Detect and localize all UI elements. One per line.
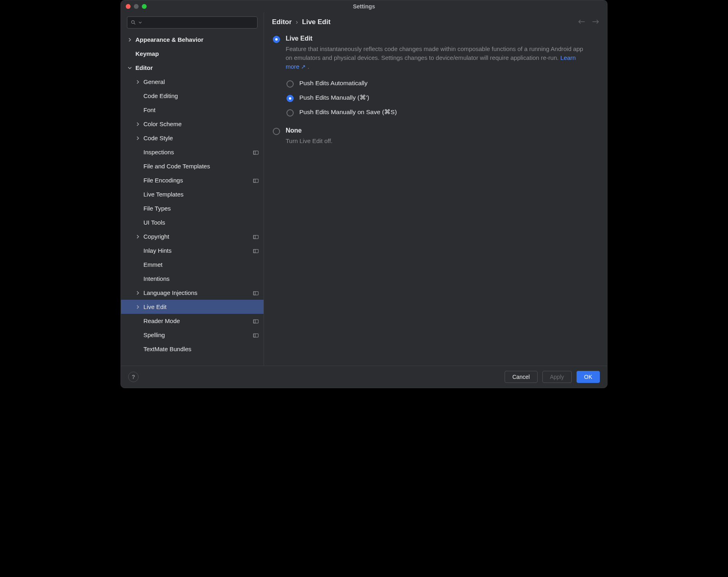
sidebar-item-label: File Types	[143, 205, 259, 212]
sidebar-item-emmet[interactable]: Emmet	[121, 258, 264, 272]
sidebar-item-label: Inlay Hints	[143, 247, 253, 254]
external-link-icon: ↗	[301, 63, 306, 70]
sidebar-item-label: Intentions	[143, 275, 259, 282]
sidebar-item-label: Language Injections	[143, 289, 253, 296]
svg-rect-11	[254, 291, 255, 295]
sidebar-item-inspections[interactable]: Inspections	[121, 145, 264, 159]
option-push-on-save[interactable]: Push Edits Manually on Save (⌘S)	[286, 105, 598, 120]
chevron-right-icon[interactable]	[135, 136, 141, 140]
sidebar-item-intentions[interactable]: Intentions	[121, 272, 264, 286]
radio-live-edit[interactable]	[273, 36, 280, 43]
option-push-auto[interactable]: Push Edits Automatically	[286, 76, 598, 91]
chevron-right-icon[interactable]	[135, 305, 141, 309]
history-nav	[578, 19, 599, 26]
svg-rect-14	[254, 334, 258, 337]
sidebar-item-label: File Encodings	[143, 177, 253, 184]
sidebar-item-file-encodings[interactable]: File Encodings	[121, 173, 264, 187]
sidebar-item-ui-tools[interactable]: UI Tools	[121, 215, 264, 229]
breadcrumb-root[interactable]: Editor	[272, 18, 292, 26]
sidebar-item-label: File and Code Templates	[143, 163, 259, 170]
option-none-body: None Turn Live Edit off.	[286, 127, 598, 145]
svg-rect-3	[254, 151, 255, 154]
svg-rect-4	[254, 179, 258, 182]
chevron-down-icon[interactable]	[127, 66, 133, 70]
radio-push-on-save[interactable]	[286, 109, 294, 117]
radio-push-manual[interactable]	[286, 95, 294, 102]
body: Appearance & BehaviorKeymapEditorGeneral…	[121, 12, 607, 366]
option-live-edit-desc-post: .	[306, 63, 309, 70]
sidebar-item-file-types[interactable]: File Types	[121, 201, 264, 215]
sidebar-item-live-edit[interactable]: Live Edit	[121, 300, 264, 314]
sidebar-item-copyright[interactable]: Copyright	[121, 229, 264, 243]
sidebar-item-label: TextMate Bundles	[143, 346, 259, 352]
sidebar-item-label: Code Editing	[143, 92, 259, 99]
project-scope-icon	[253, 319, 259, 323]
chevron-right-icon[interactable]	[127, 38, 133, 42]
sidebar-item-label: Color Scheme	[143, 121, 259, 127]
titlebar: Settings	[121, 0, 607, 12]
sidebar-item-spelling[interactable]: Spelling	[121, 328, 264, 342]
sidebar-item-inlay-hints[interactable]: Inlay Hints	[121, 243, 264, 258]
cancel-button[interactable]: Cancel	[505, 371, 538, 383]
sidebar-item-label: Inspections	[143, 149, 253, 156]
option-push-on-save-label: Push Edits Manually on Save (⌘S)	[299, 108, 598, 116]
ok-button[interactable]: OK	[577, 371, 600, 383]
svg-point-0	[131, 20, 134, 23]
help-button[interactable]: ?	[128, 372, 139, 382]
radio-push-auto[interactable]	[286, 80, 294, 88]
sidebar-item-font[interactable]: Font	[121, 103, 264, 117]
sidebar-item-label: Editor	[135, 64, 259, 71]
chevron-right-icon[interactable]	[135, 122, 141, 126]
sidebar-item-label: General	[143, 78, 259, 85]
svg-rect-6	[254, 235, 258, 239]
option-none[interactable]: None Turn Live Edit off.	[273, 125, 598, 148]
chevron-right-icon[interactable]	[135, 80, 141, 84]
breadcrumb-separator: ›	[296, 18, 298, 26]
search-field[interactable]	[127, 16, 258, 29]
window-controls	[126, 4, 147, 9]
chevron-right-icon[interactable]	[135, 291, 141, 295]
svg-rect-9	[254, 249, 255, 253]
search-wrap	[121, 12, 264, 31]
sidebar-item-reader-mode[interactable]: Reader Mode	[121, 314, 264, 328]
option-push-manual[interactable]: Push Edits Manually (⌘')	[286, 91, 598, 105]
zoom-window-button[interactable]	[142, 4, 147, 9]
sidebar-item-live-templates[interactable]: Live Templates	[121, 187, 264, 201]
sidebar: Appearance & BehaviorKeymapEditorGeneral…	[121, 12, 264, 366]
close-window-button[interactable]	[126, 4, 131, 9]
sidebar-item-label: Reader Mode	[143, 317, 253, 324]
search-input[interactable]	[144, 19, 254, 26]
svg-rect-8	[254, 249, 258, 253]
svg-rect-7	[254, 235, 255, 239]
sidebar-item-appearance-behavior[interactable]: Appearance & Behavior	[121, 33, 264, 47]
sidebar-item-general[interactable]: General	[121, 75, 264, 89]
sidebar-item-label: Keymap	[135, 50, 259, 57]
sidebar-item-label: Live Templates	[143, 191, 259, 198]
project-scope-icon	[253, 333, 259, 338]
sidebar-item-color-scheme[interactable]: Color Scheme	[121, 117, 264, 131]
settings-tree[interactable]: Appearance & BehaviorKeymapEditorGeneral…	[121, 31, 264, 366]
option-push-auto-label: Push Edits Automatically	[299, 80, 598, 87]
sidebar-item-code-editing[interactable]: Code Editing	[121, 89, 264, 103]
sidebar-item-code-style[interactable]: Code Style	[121, 131, 264, 145]
project-scope-icon	[253, 234, 259, 239]
sidebar-item-language-injections[interactable]: Language Injections	[121, 286, 264, 300]
sidebar-item-editor[interactable]: Editor	[121, 61, 264, 75]
footer: ? Cancel Apply OK	[121, 366, 607, 388]
search-icon	[131, 20, 136, 25]
sidebar-item-file-and-code-templates[interactable]: File and Code Templates	[121, 159, 264, 173]
sidebar-item-label: Emmet	[143, 261, 259, 268]
apply-button[interactable]: Apply	[542, 371, 572, 383]
sidebar-item-label: Copyright	[143, 233, 253, 240]
sidebar-item-keymap[interactable]: Keymap	[121, 47, 264, 61]
radio-none[interactable]	[273, 128, 280, 135]
history-forward-button[interactable]	[592, 19, 599, 26]
option-live-edit-body: Live Edit Feature that instantaneously r…	[286, 35, 598, 71]
history-back-button[interactable]	[578, 19, 585, 26]
settings-window: Settings Appearance & BehaviorKeymapEdit…	[121, 0, 607, 388]
chevron-right-icon[interactable]	[135, 235, 141, 239]
sidebar-item-textmate-bundles[interactable]: TextMate Bundles	[121, 342, 264, 356]
option-none-title: None	[286, 127, 598, 134]
option-live-edit[interactable]: Live Edit Feature that instantaneously r…	[273, 33, 598, 73]
minimize-window-button[interactable]	[134, 4, 139, 9]
